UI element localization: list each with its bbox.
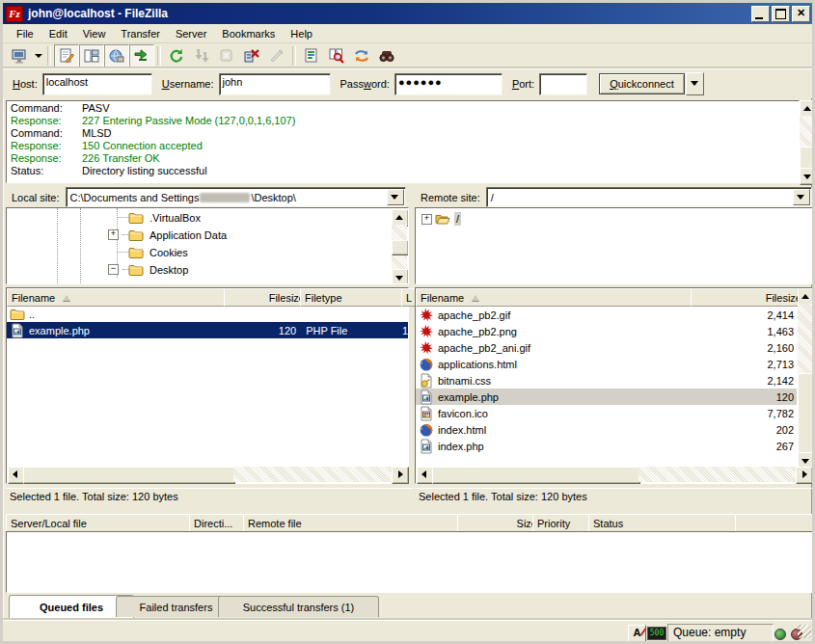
remote-site-label: Remote site: xyxy=(415,192,486,203)
speed-limit-icon[interactable]: 500 xyxy=(647,627,666,640)
column-header-filesize[interactable]: Filesize xyxy=(224,288,310,307)
tree-expand-icon[interactable]: + xyxy=(421,214,432,225)
file-row-selected[interactable]: example.php 120 xyxy=(416,389,797,405)
scroll-down-button[interactable] xyxy=(392,269,409,284)
column-header-remote-file[interactable]: Remote file xyxy=(243,514,467,533)
menu-bookmarks[interactable]: Bookmarks xyxy=(214,26,283,41)
local-tree-scrollbar[interactable] xyxy=(392,209,407,284)
local-file-list[interactable]: Filename Filesize Filetype L .. example.… xyxy=(6,287,409,484)
php-file-icon xyxy=(419,389,434,405)
toggle-local-tree-button[interactable] xyxy=(79,44,104,67)
find-files-button[interactable] xyxy=(374,44,399,67)
log-scrollbar[interactable] xyxy=(800,100,815,183)
compare-directories-button[interactable] xyxy=(324,44,349,67)
column-header-size[interactable]: Size xyxy=(457,514,542,533)
file-row[interactable]: favicon.ico 7,782 xyxy=(416,405,797,421)
log-line: Response:150 Connection accepted xyxy=(11,140,799,152)
tree-item-virtualbox[interactable]: .VirtualBox xyxy=(128,209,203,226)
tree-collapse-icon[interactable]: − xyxy=(108,264,119,275)
maximize-button[interactable] xyxy=(772,6,790,22)
file-row-updir[interactable]: .. xyxy=(7,306,408,322)
remote-hscrollbar[interactable] xyxy=(417,467,813,482)
tree-item-desktop[interactable]: Desktop xyxy=(128,261,190,278)
file-row[interactable]: index.php 267 xyxy=(416,438,797,454)
tree-item-cookies[interactable]: Cookies xyxy=(128,244,190,260)
queue-list[interactable] xyxy=(6,531,815,593)
scroll-thumb[interactable] xyxy=(432,467,640,484)
redacted-username xyxy=(200,193,250,202)
menu-file[interactable]: File xyxy=(9,26,41,41)
tree-item-application-data[interactable]: Application Data xyxy=(128,227,229,243)
css-file-icon xyxy=(419,373,434,389)
synchronized-browsing-button[interactable] xyxy=(349,44,374,67)
column-header-filesize[interactable]: Filesize xyxy=(691,288,806,307)
menu-help[interactable]: Help xyxy=(283,26,320,41)
local-site-combobox[interactable]: C:\Documents and Settings\Desktop\ xyxy=(66,187,406,207)
column-header-server-local-file[interactable]: Server/Local file xyxy=(6,514,199,533)
php-file-icon xyxy=(419,439,434,454)
remote-vscrollbar[interactable] xyxy=(798,288,813,468)
scroll-thumb[interactable] xyxy=(800,147,815,170)
quickconnect-dropdown[interactable] xyxy=(686,72,704,95)
scroll-right-button[interactable] xyxy=(392,467,409,484)
column-header-filetype[interactable]: Filetype xyxy=(300,288,411,307)
column-header-filename[interactable]: Filename xyxy=(7,288,233,307)
remote-site-combobox[interactable]: / xyxy=(486,187,812,207)
file-row[interactable]: index.html 202 xyxy=(416,421,797,438)
filter-button[interactable] xyxy=(299,44,324,67)
remote-tree-pane[interactable]: + / xyxy=(415,207,815,284)
column-header-filename[interactable]: Filename xyxy=(416,288,700,307)
minimize-button[interactable] xyxy=(751,6,770,22)
scroll-thumb[interactable] xyxy=(798,373,815,454)
file-row[interactable]: bitnami.css 2,142 xyxy=(416,372,797,389)
menu-edit[interactable]: Edit xyxy=(41,26,75,41)
local-site-dropdown[interactable] xyxy=(387,189,404,205)
tree-expand-icon[interactable]: + xyxy=(108,229,119,240)
quickconnect-bar: Host: localhost Username: john Password:… xyxy=(3,68,812,98)
scroll-right-button[interactable] xyxy=(796,467,813,484)
folder-icon xyxy=(10,307,25,322)
toggle-remote-tree-button[interactable] xyxy=(104,44,129,67)
username-input[interactable]: john xyxy=(219,73,331,95)
site-manager-button[interactable] xyxy=(7,44,32,67)
message-log[interactable]: Command:PASV Response:227 Entering Passi… xyxy=(6,100,800,183)
scroll-down-button[interactable] xyxy=(800,168,815,185)
host-input[interactable]: localhost xyxy=(42,73,152,95)
scroll-thumb[interactable] xyxy=(392,240,409,255)
local-hscrollbar[interactable] xyxy=(8,467,409,482)
close-button[interactable]: ✕ xyxy=(792,6,810,22)
log-line: Response:227 Entering Passive Mode (127,… xyxy=(11,115,799,127)
site-manager-dropdown[interactable] xyxy=(32,45,44,67)
file-row-example-php[interactable]: example.php 120 PHP File 1 xyxy=(7,322,408,338)
password-input[interactable]: ●●●●●● xyxy=(394,73,503,95)
file-row[interactable]: apache_pb2.gif 2,414 xyxy=(416,307,797,323)
menu-server[interactable]: Server xyxy=(168,26,214,41)
folder-icon xyxy=(128,228,144,243)
refresh-button[interactable] xyxy=(164,44,189,67)
filezilla-logo-icon: Fz xyxy=(6,6,23,22)
toggle-message-log-button[interactable] xyxy=(54,44,79,67)
ascii-datatype-icon[interactable]: A xyxy=(628,625,646,642)
menu-view[interactable]: View xyxy=(75,26,114,41)
remote-site-bar: Remote site: / xyxy=(415,187,815,207)
tab-successful-transfers[interactable]: Successful transfers (1) xyxy=(218,596,379,617)
port-input[interactable] xyxy=(539,73,587,95)
toggle-transfer-queue-button[interactable] xyxy=(129,44,154,67)
local-tree-pane[interactable]: + − .VirtualBox Application Data Cookies… xyxy=(6,207,409,284)
column-header-status[interactable]: Status xyxy=(588,514,745,533)
remote-site-dropdown[interactable] xyxy=(793,189,810,205)
file-row[interactable]: applications.html 2,713 xyxy=(416,356,797,372)
file-row[interactable]: apache_pb2.png 1,463 xyxy=(416,323,797,339)
quickconnect-button[interactable]: Quickconnect xyxy=(599,73,685,94)
resize-grip[interactable] xyxy=(798,625,811,638)
tree-item-root[interactable]: / xyxy=(435,210,461,227)
menu-bar: File Edit View Transfer Server Bookmarks… xyxy=(3,24,812,43)
remote-file-list[interactable]: Filename Filesize apache_pb2.gif 2,414 a… xyxy=(415,287,815,484)
html-file-icon xyxy=(419,422,434,438)
disconnect-button[interactable] xyxy=(239,44,264,67)
file-row[interactable]: apache_pb2_ani.gif 2,160 xyxy=(416,339,797,356)
html-file-icon xyxy=(419,357,434,372)
scroll-thumb[interactable] xyxy=(23,467,235,484)
title-bar[interactable]: Fz john@localhost - FileZilla ✕ xyxy=(3,3,812,24)
menu-transfer[interactable]: Transfer xyxy=(113,26,168,41)
